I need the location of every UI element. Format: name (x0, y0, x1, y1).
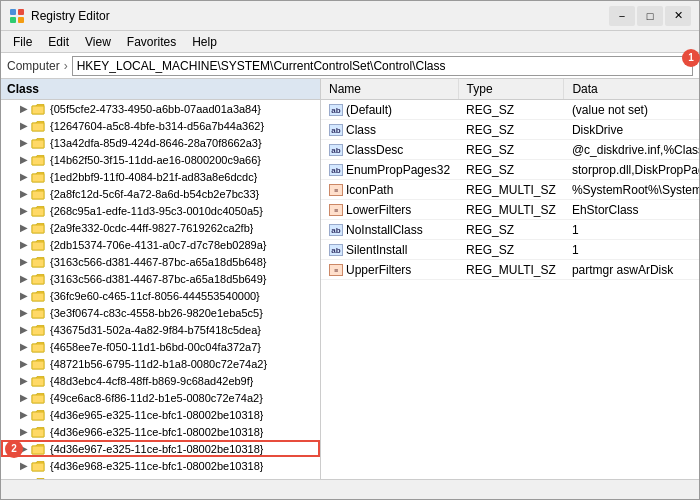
registry-row[interactable]: ab(Default)REG_SZ(value not set) (321, 100, 699, 120)
tree-row-wrapper: ▶ {4d36e969-e325-11ce-bfc1-08002be10318} (1, 474, 320, 479)
tree-row-wrapper: ▶ {4658ee7e-f050-11d1-b6bd-00c04fa372a7} (1, 338, 320, 355)
folder-icon (31, 187, 47, 201)
registry-scroll[interactable]: Name Type Data ab(Default)REG_SZ(value n… (321, 79, 699, 479)
maximize-button[interactable]: □ (637, 6, 663, 26)
expand-icon[interactable]: ▶ (17, 426, 31, 437)
expand-icon[interactable]: ▶ (17, 171, 31, 182)
registry-name: abClass (321, 120, 458, 140)
tree-item-label: {48d3ebc4-4cf8-48ff-b869-9c68ad42eb9f} (50, 375, 253, 387)
folder-icon (31, 119, 47, 133)
registry-row[interactable]: ≡UpperFiltersREG_MULTI_SZpartmgr aswArDi… (321, 260, 699, 280)
svg-rect-15 (32, 293, 44, 301)
registry-row[interactable]: abClassREG_SZDiskDrive (321, 120, 699, 140)
tree-item[interactable]: ▶ {13a42dfa-85d9-424d-8646-28a70f8662a3} (1, 134, 320, 151)
expand-icon[interactable]: ▶ (17, 256, 31, 267)
expand-icon[interactable]: ▶ (17, 239, 31, 250)
expand-icon[interactable]: ▶ (17, 341, 31, 352)
svg-rect-13 (32, 259, 44, 267)
tree-item[interactable]: ▶ {3163c566-d381-4467-87bc-a65a18d5b648} (1, 253, 320, 270)
expand-icon[interactable]: ▶ (17, 358, 31, 369)
tree-item-label: {4d36e965-e325-11ce-bfc1-08002be10318} (50, 409, 263, 421)
expand-icon[interactable]: ▶ (17, 205, 31, 216)
registry-type-icon: abNoInstallClass (329, 223, 423, 237)
expand-icon[interactable]: ▶ (17, 392, 31, 403)
right-panel: Name Type Data ab(Default)REG_SZ(value n… (321, 79, 699, 479)
tree-item[interactable]: ▶ {2a8fc12d-5c6f-4a72-8a6d-b54cb2e7bc33} (1, 185, 320, 202)
tree-item[interactable]: ▶ {2a9fe332-0cdc-44ff-9827-7619262ca2fb} (1, 219, 320, 236)
tree-item[interactable]: ▶ {49ce6ac8-6f86-11d2-b1e5-0080c72e74a2} (1, 389, 320, 406)
tree-item[interactable]: ▶ {4d36e969-e325-11ce-bfc1-08002be10318} (1, 474, 320, 479)
tree-row-wrapper: ▶ {36fc9e60-c465-11cf-8056-444553540000} (1, 287, 320, 304)
registry-name: ≡IconPath (321, 180, 458, 200)
registry-type: REG_SZ (458, 120, 564, 140)
minimize-button[interactable]: − (609, 6, 635, 26)
registry-row[interactable]: abEnumPropPages32REG_SZstorprop.dll,Disk… (321, 160, 699, 180)
tree-item[interactable]: ▶ {05f5cfe2-4733-4950-a6bb-07aad01a3a84} (1, 100, 320, 117)
registry-data: partmgr aswArDisk (564, 260, 699, 280)
tree-item-label: {3163c566-d381-4467-87bc-a65a18d5b648} (50, 256, 267, 268)
tree-item[interactable]: ▶ {4658ee7e-f050-11d1-b6bd-00c04fa372a7} (1, 338, 320, 355)
tree-item[interactable]: ▶ {4d36e966-e325-11ce-bfc1-08002be10318} (1, 423, 320, 440)
registry-row[interactable]: abClassDescREG_SZ@c_diskdrive.inf,%Class… (321, 140, 699, 160)
registry-row[interactable]: abSilentInstallREG_SZ1 (321, 240, 699, 260)
tree-item[interactable]: ▶ {43675d31-502a-4a82-9f84-b75f418c5dea} (1, 321, 320, 338)
svg-rect-1 (18, 9, 24, 15)
expand-icon[interactable]: ▶ (17, 290, 31, 301)
registry-type-icon: ab(Default) (329, 103, 392, 117)
tree-item-label: {48721b56-6795-11d2-b1a8-0080c72e74a2} (50, 358, 267, 370)
name-text: SilentInstall (346, 243, 407, 257)
expand-icon[interactable]: ▶ (17, 188, 31, 199)
expand-icon[interactable]: ▶ (17, 477, 31, 479)
menu-item-file[interactable]: File (5, 33, 40, 51)
registry-name: abSilentInstall (321, 240, 458, 260)
menu-item-edit[interactable]: Edit (40, 33, 77, 51)
registry-editor-window: Registry Editor − □ ✕ FileEditViewFavori… (0, 0, 700, 500)
tree-item[interactable]: ▶ {268c95a1-edfe-11d3-95c3-0010dc4050a5} (1, 202, 320, 219)
tree-item[interactable]: ▶ {3e3f0674-c83c-4558-bb26-9820e1eba5c5} (1, 304, 320, 321)
name-text: EnumPropPages32 (346, 163, 450, 177)
tree-item[interactable]: ▶ {48d3ebc4-4cf8-48ff-b869-9c68ad42eb9f} (1, 372, 320, 389)
expand-icon[interactable]: ▶ (17, 273, 31, 284)
tree-item[interactable]: ▶ {36fc9e60-c465-11cf-8056-444553540000} (1, 287, 320, 304)
expand-icon[interactable]: ▶ (17, 222, 31, 233)
expand-icon[interactable]: ▶ (17, 103, 31, 114)
name-text: LowerFilters (346, 203, 411, 217)
expand-icon[interactable]: ▶ (17, 307, 31, 318)
col-type: Type (458, 79, 564, 100)
menu-item-favorites[interactable]: Favorites (119, 33, 184, 51)
tree-row-wrapper: ▶ {48721b56-6795-11d2-b1a8-0080c72e74a2} (1, 355, 320, 372)
tree-item[interactable]: ▶ {4d36e967-e325-11ce-bfc1-08002be10318}… (1, 440, 320, 457)
menu-item-view[interactable]: View (77, 33, 119, 51)
tree-item[interactable]: ▶ {48721b56-6795-11d2-b1a8-0080c72e74a2} (1, 355, 320, 372)
registry-data: (value not set) (564, 100, 699, 120)
registry-type-icon: abClassDesc (329, 143, 403, 157)
tree-item[interactable]: ▶ {1ed2bbf9-11f0-4084-b21f-ad83a8e6dcdc} (1, 168, 320, 185)
svg-rect-18 (32, 344, 44, 352)
menu-item-help[interactable]: Help (184, 33, 225, 51)
registry-data: storprop.dll,DiskPropPageProvi (564, 160, 699, 180)
expand-icon[interactable]: ▶ (17, 154, 31, 165)
expand-icon[interactable]: ▶ (17, 120, 31, 131)
icon-box: ab (329, 164, 343, 176)
expand-icon[interactable]: ▶ (17, 409, 31, 420)
expand-icon[interactable]: ▶ (17, 324, 31, 335)
registry-row[interactable]: ≡IconPathREG_MULTI_SZ%SystemRoot%\System… (321, 180, 699, 200)
expand-icon[interactable]: ▶ (17, 137, 31, 148)
app-icon (9, 8, 25, 24)
folder-icon (31, 357, 47, 371)
tree-item[interactable]: ▶ {4d36e968-e325-11ce-bfc1-08002be10318} (1, 457, 320, 474)
registry-row[interactable]: ≡LowerFiltersREG_MULTI_SZEhStorClass (321, 200, 699, 220)
badge-1: 1 (682, 49, 700, 67)
svg-rect-9 (32, 191, 44, 199)
svg-rect-16 (32, 310, 44, 318)
tree-item-label: {1ed2bbf9-11f0-4084-b21f-ad83a8e6dcdc} (50, 171, 257, 183)
tree-item[interactable]: ▶ {3163c566-d381-4467-87bc-a65a18d5b649} (1, 270, 320, 287)
close-button[interactable]: ✕ (665, 6, 691, 26)
expand-icon[interactable]: ▶ (17, 460, 31, 471)
tree-item[interactable]: ▶ {2db15374-706e-4131-a0c7-d7c78eb0289a} (1, 236, 320, 253)
tree-item[interactable]: ▶ {4d36e965-e325-11ce-bfc1-08002be10318} (1, 406, 320, 423)
expand-icon[interactable]: ▶ (17, 375, 31, 386)
registry-row[interactable]: abNoInstallClassREG_SZ1 (321, 220, 699, 240)
tree-item[interactable]: ▶ {14b62f50-3f15-11dd-ae16-0800200c9a66} (1, 151, 320, 168)
tree-item[interactable]: ▶ {12647604-a5c8-4bfe-b314-d56a7b44a362} (1, 117, 320, 134)
